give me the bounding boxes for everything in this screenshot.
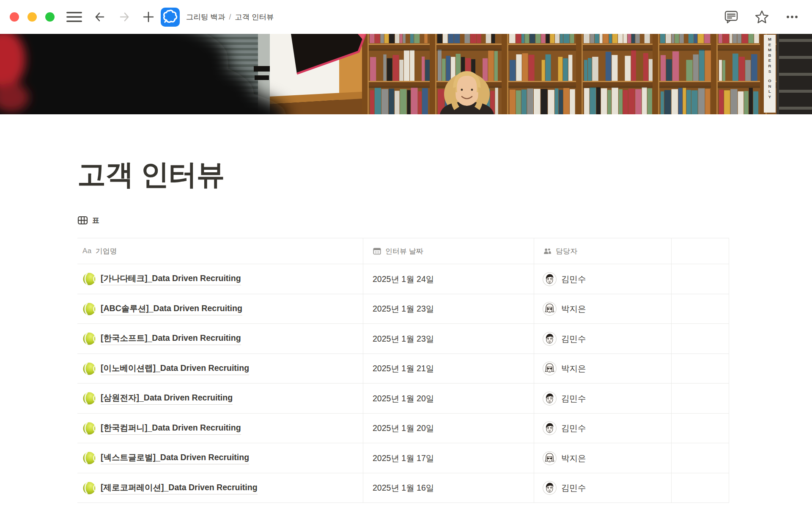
company-page-link[interactable]: [한국소프트]_Data Driven Recruiting (101, 332, 241, 345)
empty-cell[interactable] (671, 294, 729, 324)
table-row[interactable]: [한국소프트]_Data Driven Recruiting 2025년 1월 … (77, 324, 729, 354)
person-name[interactable]: 박지은 (561, 453, 586, 464)
empty-cell[interactable] (671, 384, 729, 413)
svg-text:S: S (768, 69, 771, 74)
person-name[interactable]: 김민수 (561, 333, 586, 345)
column-header-empty[interactable] (671, 238, 729, 264)
table-header-row: Aa 기업명 인터뷰 날짜 담당자 (77, 238, 729, 264)
app-logo-icon[interactable] (161, 8, 180, 27)
breadcrumb[interactable]: 그리팅 백과 / 고객 인터뷰 (186, 12, 274, 22)
page-title[interactable]: 고객 인터뷰 (77, 157, 812, 191)
column-label: 인터뷰 날짜 (385, 246, 423, 256)
svg-text:R: R (768, 64, 771, 68)
company-page-link[interactable]: [ABC솔루션]_Data Driven Recruiting (101, 303, 242, 315)
svg-text:Y: Y (768, 94, 771, 99)
column-label: 기업명 (96, 246, 117, 256)
breadcrumb-parent[interactable]: 그리팅 백과 (186, 12, 225, 22)
breadcrumb-separator: / (229, 13, 231, 22)
table-row[interactable]: [삼원전자]_Data Driven Recruiting 2025년 1월 2… (77, 384, 729, 414)
company-page-link[interactable]: [이노베이션랩]_Data Driven Recruiting (101, 362, 249, 375)
person-name[interactable]: 김민수 (561, 422, 586, 434)
person-avatar (543, 421, 557, 435)
zoom-window-button[interactable] (45, 12, 55, 22)
view-tab-table[interactable]: 표 (92, 215, 99, 225)
more-icon[interactable] (785, 10, 799, 24)
empty-cell[interactable] (671, 324, 729, 353)
people-icon (543, 246, 552, 256)
breadcrumb-current[interactable]: 고객 인터뷰 (235, 12, 274, 22)
new-tab-plus-icon[interactable] (142, 11, 155, 23)
interview-date[interactable]: 2025년 1월 23일 (373, 333, 434, 345)
company-page-link[interactable]: [한국컴퍼니]_Data Driven Recruiting (101, 422, 241, 435)
column-header-company[interactable]: Aa 기업명 (77, 238, 363, 264)
tennis-ball-icon (82, 332, 96, 345)
interview-date[interactable]: 2025년 1월 20일 (373, 422, 434, 434)
tennis-ball-icon (82, 422, 96, 435)
person-avatar (543, 481, 557, 495)
tennis-ball-icon (82, 272, 96, 286)
interview-date[interactable]: 2025년 1월 16일 (373, 482, 434, 494)
company-page-link[interactable]: [가나다테크]_Data Driven Recruiting (101, 273, 241, 285)
svg-text:E: E (768, 42, 771, 47)
table-row[interactable]: [제로코퍼레이션]_Data Driven Recruiting 2025년 1… (77, 473, 729, 503)
person-name[interactable]: 김민수 (561, 393, 586, 404)
back-arrow-icon[interactable] (93, 10, 107, 24)
person-name[interactable]: 김민수 (561, 482, 586, 494)
svg-text:M: M (768, 37, 771, 41)
minimize-window-button[interactable] (27, 12, 37, 22)
tennis-ball-icon (82, 302, 96, 316)
table-row[interactable]: [ABC솔루션]_Data Driven Recruiting 2025년 1월… (77, 294, 729, 324)
window-controls (10, 12, 55, 22)
person-avatar (543, 302, 557, 316)
person-name[interactable]: 김민수 (561, 273, 586, 285)
database-table: Aa 기업명 인터뷰 날짜 담당자 (77, 238, 729, 503)
empty-cell[interactable] (671, 473, 729, 503)
empty-cell[interactable] (671, 414, 729, 443)
company-page-link[interactable]: [넥스트글로벌]_Data Driven Recruiting (101, 452, 249, 464)
column-label: 담당자 (556, 246, 577, 256)
table-row[interactable]: [한국컴퍼니]_Data Driven Recruiting 2025년 1월 … (77, 414, 729, 444)
titlebar: 그리팅 백과 / 고객 인터뷰 (0, 0, 812, 34)
column-header-date[interactable]: 인터뷰 날짜 (363, 238, 534, 264)
tennis-ball-icon (82, 481, 96, 495)
empty-cell[interactable] (671, 354, 729, 384)
person-avatar (543, 362, 557, 375)
person-avatar (543, 392, 557, 406)
column-header-person[interactable]: 담당자 (534, 238, 671, 264)
cover-photo: MEMBERSONLY (0, 34, 812, 114)
interview-date[interactable]: 2025년 1월 17일 (373, 453, 434, 464)
table-row[interactable]: [이노베이션랩]_Data Driven Recruiting 2025년 1월… (77, 354, 729, 384)
svg-text:B: B (768, 53, 771, 58)
table-body: [가나다테크]_Data Driven Recruiting 2025년 1월 … (77, 264, 729, 503)
company-page-link[interactable]: [삼원전자]_Data Driven Recruiting (101, 392, 233, 405)
company-page-link[interactable]: [제로코퍼레이션]_Data Driven Recruiting (101, 482, 258, 494)
person-avatar (543, 332, 557, 346)
person-name[interactable]: 박지은 (561, 363, 586, 374)
svg-text:E: E (768, 58, 771, 63)
text-type-icon: Aa (82, 247, 92, 255)
svg-text:L: L (768, 89, 771, 94)
interview-date[interactable]: 2025년 1월 21일 (373, 363, 434, 374)
calendar-icon (373, 247, 381, 256)
interview-date[interactable]: 2025년 1월 24일 (373, 273, 434, 285)
table-row[interactable]: [가나다테크]_Data Driven Recruiting 2025년 1월 … (77, 264, 729, 294)
menu-icon[interactable] (66, 11, 82, 22)
tennis-ball-icon (82, 392, 96, 405)
table-view-icon (77, 215, 88, 226)
close-window-button[interactable] (10, 12, 19, 22)
tennis-ball-icon (82, 451, 96, 465)
svg-text:O: O (768, 78, 771, 83)
forward-arrow-icon[interactable] (118, 10, 131, 24)
empty-cell[interactable] (671, 443, 729, 473)
person-avatar (543, 451, 557, 465)
svg-text:M: M (768, 47, 771, 52)
table-row[interactable]: [넥스트글로벌]_Data Driven Recruiting 2025년 1월… (77, 443, 729, 473)
svg-text:N: N (768, 84, 771, 88)
star-icon[interactable] (754, 9, 770, 25)
empty-cell[interactable] (671, 264, 729, 294)
interview-date[interactable]: 2025년 1월 20일 (373, 393, 434, 404)
comment-icon[interactable] (724, 9, 739, 25)
tennis-ball-icon (82, 362, 96, 375)
interview-date[interactable]: 2025년 1월 23일 (373, 303, 434, 315)
person-name[interactable]: 박지은 (561, 303, 586, 315)
